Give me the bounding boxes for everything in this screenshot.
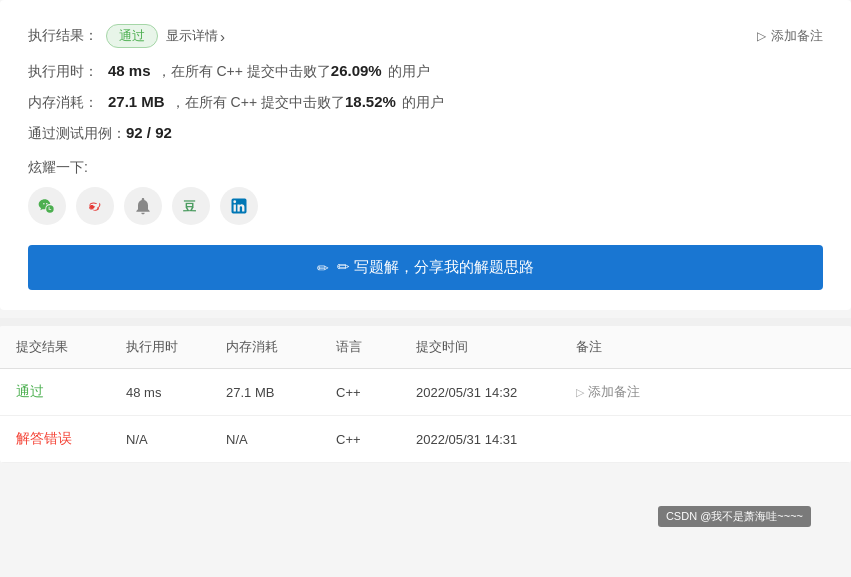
- detail-link[interactable]: 显示详情: [166, 27, 225, 45]
- table-row: 解答错误 N/A N/A C++ 2022/05/31 14:31: [0, 416, 851, 463]
- svg-text:豆: 豆: [183, 199, 196, 214]
- result-card: 执行结果： 通过 显示详情 添加备注 执行用时： 48 ms ，在所有 C++ …: [0, 0, 851, 310]
- weibo-icon[interactable]: [76, 187, 114, 225]
- time-row: 执行用时： 48 ms ，在所有 C++ 提交中击败了 26.09% 的用户: [28, 62, 823, 81]
- status-error[interactable]: 解答错误: [16, 430, 126, 448]
- linkedin-icon[interactable]: [220, 187, 258, 225]
- submission-table: 提交结果 执行用时 内存消耗 语言 提交时间 备注 通过 48 ms 27.1 …: [0, 326, 851, 463]
- memory-row: 内存消耗： 27.1 MB ，在所有 C++ 提交中击败了 18.52% 的用户: [28, 93, 823, 112]
- cell-submit-time-1: 2022/05/31 14:31: [416, 432, 576, 447]
- col-header-lang: 语言: [336, 338, 416, 356]
- col-header-status: 提交结果: [16, 338, 126, 356]
- cell-time-0: 48 ms: [126, 385, 226, 400]
- pass-badge: 通过: [106, 24, 158, 48]
- time-label: 执行用时：: [28, 63, 108, 81]
- memory-desc: ，在所有 C++ 提交中击败了: [171, 94, 345, 112]
- time-desc: ，在所有 C++ 提交中击败了: [157, 63, 331, 81]
- cell-memory-1: N/A: [226, 432, 336, 447]
- cell-lang-0: C++: [336, 385, 416, 400]
- test-row: 通过测试用例： 92 / 92: [28, 124, 823, 143]
- share-label: 炫耀一下:: [28, 159, 823, 177]
- time-suffix: 的用户: [388, 63, 430, 81]
- test-value: 92 / 92: [126, 124, 172, 141]
- time-value: 48 ms: [108, 62, 151, 79]
- bell-icon[interactable]: [124, 187, 162, 225]
- col-header-time-submitted: 提交时间: [416, 338, 576, 356]
- table-header: 提交结果 执行用时 内存消耗 语言 提交时间 备注: [0, 326, 851, 369]
- memory-label: 内存消耗：: [28, 94, 108, 112]
- douban-icon[interactable]: 豆: [172, 187, 210, 225]
- status-pass[interactable]: 通过: [16, 383, 126, 401]
- time-percent: 26.09%: [331, 62, 382, 79]
- table-row: 通过 48 ms 27.1 MB C++ 2022/05/31 14:32 添加…: [0, 369, 851, 416]
- col-header-time: 执行用时: [126, 338, 226, 356]
- social-icons: 豆: [28, 187, 823, 225]
- memory-suffix: 的用户: [402, 94, 444, 112]
- cell-lang-1: C++: [336, 432, 416, 447]
- test-label: 通过测试用例：: [28, 125, 126, 143]
- result-left: 执行结果： 通过 显示详情: [28, 24, 225, 48]
- add-note-cell-0[interactable]: 添加备注: [576, 383, 676, 401]
- memory-percent: 18.52%: [345, 93, 396, 110]
- col-header-note: 备注: [576, 338, 676, 356]
- memory-value: 27.1 MB: [108, 93, 165, 110]
- divider: [0, 318, 851, 326]
- result-row: 执行结果： 通过 显示详情 添加备注: [28, 24, 823, 48]
- write-solution-button[interactable]: ✏ 写题解，分享我的解题思路: [28, 245, 823, 290]
- cell-submit-time-0: 2022/05/31 14:32: [416, 385, 576, 400]
- cell-time-1: N/A: [126, 432, 226, 447]
- cell-memory-0: 27.1 MB: [226, 385, 336, 400]
- execution-result-label: 执行结果：: [28, 27, 98, 45]
- col-header-memory: 内存消耗: [226, 338, 336, 356]
- wechat-icon[interactable]: [28, 187, 66, 225]
- add-note-button[interactable]: 添加备注: [757, 27, 823, 45]
